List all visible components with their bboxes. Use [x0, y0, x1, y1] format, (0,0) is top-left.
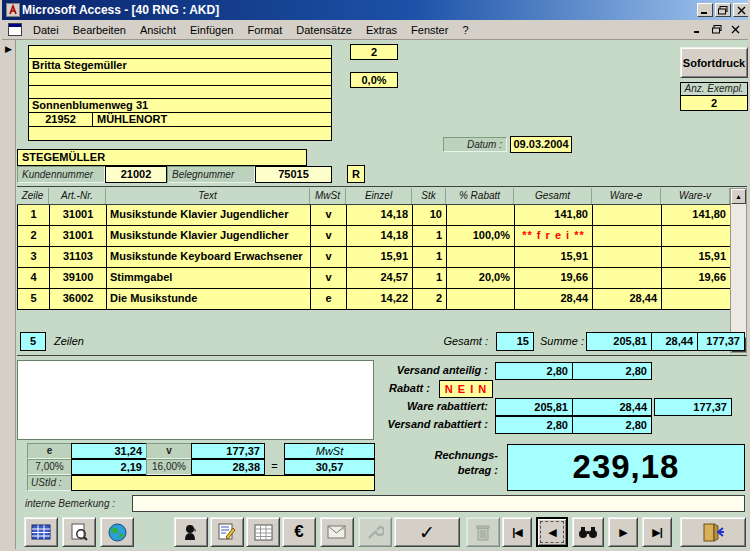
cell-gesamt-frei[interactable]: ** f r e i ** [515, 226, 593, 246]
record-selector-bar[interactable] [2, 40, 16, 551]
cell-ware-v[interactable]: 15,91 [662, 247, 731, 267]
cell-rabatt[interactable]: 100,0% [447, 226, 515, 246]
cell-stk[interactable]: 2 [413, 289, 447, 309]
cell-rabatt[interactable] [447, 289, 515, 309]
menu-format[interactable]: Format [240, 22, 289, 38]
cell-ware-e[interactable] [593, 205, 662, 225]
customer-field-1[interactable] [29, 46, 331, 59]
cell-einzel[interactable]: 14,22 [347, 289, 413, 309]
print-preview-button[interactable] [62, 517, 96, 547]
cell-ware-e[interactable]: 28,44 [593, 289, 662, 309]
customer-field-3[interactable] [29, 73, 331, 86]
cell-stk[interactable]: 10 [413, 205, 447, 225]
cell-artnr[interactable]: 39100 [50, 268, 107, 288]
cell-text[interactable]: Musikstunde Keyboard Erwachsener [107, 247, 311, 267]
cell-stk[interactable]: 1 [413, 226, 447, 246]
cell-ware-v[interactable] [662, 226, 731, 246]
customer-street-field[interactable]: Sonnenblumenweg 31 [29, 99, 331, 113]
cell-mwst[interactable]: v [311, 247, 347, 267]
cell-mwst[interactable]: v [311, 268, 347, 288]
cell-ware-v[interactable]: 141,80 [662, 205, 731, 225]
find-button[interactable] [572, 517, 604, 547]
belegnummer-field[interactable]: 75015 [255, 166, 332, 183]
customer-name-field[interactable]: Britta Stegemüller [29, 59, 331, 73]
report-edit-button[interactable] [210, 517, 244, 547]
cell-gesamt[interactable]: 15,91 [515, 247, 593, 267]
menu-ansicht[interactable]: Ansicht [133, 22, 183, 38]
cell-ware-v[interactable] [662, 289, 731, 309]
menu-extras[interactable]: Extras [359, 22, 404, 38]
cell-zeile[interactable]: 2 [18, 226, 50, 246]
menu-bearbeiten[interactable]: Bearbeiten [66, 22, 133, 38]
cell-zeile[interactable]: 5 [18, 289, 50, 309]
cell-mwst[interactable]: v [311, 226, 347, 246]
anz-exempl-field[interactable]: 2 [680, 95, 748, 111]
rabatt-nein-field[interactable]: N E I N [439, 380, 493, 398]
cell-artnr[interactable]: 36002 [50, 289, 107, 309]
cell-ware-e[interactable] [593, 226, 662, 246]
minimize-button[interactable] [697, 3, 713, 17]
mdi-close-button[interactable] [728, 23, 743, 36]
table-scrollbar[interactable]: ▲ ▼ [730, 188, 747, 353]
cell-ware-e[interactable] [593, 247, 662, 267]
cell-mwst[interactable]: e [311, 289, 347, 309]
note-box[interactable] [17, 360, 374, 440]
cell-text[interactable]: Stimmgabel [107, 268, 311, 288]
menu-einfuegen[interactable]: Einfügen [183, 22, 240, 38]
sofortdruck-button[interactable]: Sofortdruck [680, 47, 748, 78]
cell-artnr[interactable]: 31001 [50, 205, 107, 225]
confirm-button[interactable]: ✓ [394, 517, 460, 547]
close-button[interactable] [733, 3, 749, 17]
cell-stk[interactable]: 1 [413, 247, 447, 267]
menu-fenster[interactable]: Fenster [404, 22, 455, 38]
cell-gesamt[interactable]: 19,66 [515, 268, 593, 288]
last-record-button[interactable]: ▶| [642, 517, 672, 547]
menu-hilfe[interactable]: ? [455, 22, 475, 38]
menu-datei[interactable]: Datei [26, 22, 66, 38]
cell-einzel[interactable]: 14,18 [347, 226, 413, 246]
datum-field[interactable]: 09.03.2004 [510, 136, 572, 153]
cell-artnr[interactable]: 31001 [50, 226, 107, 246]
web-button[interactable] [100, 517, 134, 547]
next-record-button[interactable]: ▶ [608, 517, 638, 547]
cell-ware-v[interactable]: 19,66 [662, 268, 731, 288]
cell-rabatt[interactable] [447, 205, 515, 225]
delete-button[interactable] [466, 517, 500, 547]
cell-text[interactable]: Musikstunde Klavier Jugendlicher [107, 226, 311, 246]
euro-button[interactable]: € [282, 517, 316, 547]
cell-gesamt[interactable]: 141,80 [515, 205, 593, 225]
cell-einzel[interactable]: 24,57 [347, 268, 413, 288]
ustid-field[interactable] [71, 475, 375, 491]
rechnung-r-button[interactable]: R [347, 165, 365, 183]
customer-zip-field[interactable]: 21952 [29, 113, 93, 126]
first-record-button[interactable]: |◀ [502, 517, 532, 547]
cell-zeile[interactable]: 4 [18, 268, 50, 288]
mdi-minimize-button[interactable] [690, 23, 705, 36]
cell-text[interactable]: Die Musikstunde [107, 289, 311, 309]
scroll-up-button[interactable]: ▲ [731, 189, 746, 204]
tools-button[interactable] [358, 517, 392, 547]
cell-ware-e[interactable] [593, 268, 662, 288]
cell-rabatt[interactable] [447, 247, 515, 267]
customer-button[interactable] [174, 517, 208, 547]
match-name-field[interactable]: STEGEMÜLLER [17, 149, 307, 166]
datasheet-button[interactable] [24, 517, 58, 547]
cell-gesamt[interactable]: 28,44 [515, 289, 593, 309]
mail-button[interactable] [320, 517, 354, 547]
customer-field-4[interactable] [29, 86, 331, 99]
cell-text[interactable]: Musikstunde Klavier Jugendlicher [107, 205, 311, 225]
cell-zeile[interactable]: 1 [18, 205, 50, 225]
cell-zeile[interactable]: 3 [18, 247, 50, 267]
customer-field-7[interactable] [29, 127, 331, 140]
cell-mwst[interactable]: v [311, 205, 347, 225]
exit-button[interactable] [680, 517, 746, 547]
cell-artnr[interactable]: 31103 [50, 247, 107, 267]
cell-einzel[interactable]: 14,18 [347, 205, 413, 225]
customer-city-field[interactable]: MÜHLENORT [93, 113, 331, 126]
previous-record-button[interactable]: ◀ [536, 517, 568, 547]
cell-rabatt[interactable]: 20,0% [447, 268, 515, 288]
interne-bemerkung-field[interactable] [132, 495, 745, 512]
table-button[interactable] [246, 517, 280, 547]
restore-button[interactable] [715, 3, 731, 17]
menu-datensaetze[interactable]: Datensätze [289, 22, 359, 38]
